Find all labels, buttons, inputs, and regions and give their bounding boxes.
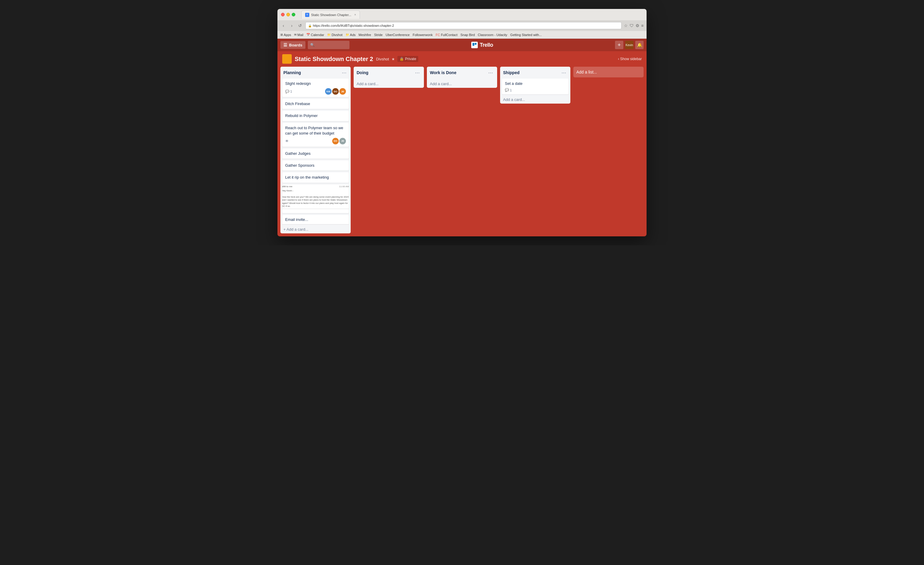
traffic-lights [281, 13, 295, 16]
comment-icon: 💬 [285, 90, 290, 93]
back-button[interactable]: ‹ [280, 22, 286, 28]
bookmark-ads[interactable]: 📁 Ads [346, 33, 356, 37]
trello-logo-text: Trello [480, 42, 493, 48]
list-menu-button-shipped[interactable]: ⋯ [560, 69, 567, 76]
bookmark-uberconference[interactable]: UberConference [386, 33, 410, 37]
refresh-button[interactable]: ↺ [297, 22, 303, 28]
list-cards-planning: Slight redesign 💬 1 KM DO JB [280, 77, 351, 225]
add-card-placeholder: Add a card... [357, 82, 379, 86]
list-menu-button-planning[interactable]: ⋯ [340, 69, 348, 76]
card-gather-judges[interactable]: Gather Judges [282, 148, 349, 159]
board-header: ◆ Static Showdown Chapter 2 Divshot ★ 🔒 … [278, 51, 646, 67]
add-card-label: Add a card... [503, 97, 525, 102]
bookmark-divshot[interactable]: 📁 Divshot [327, 33, 343, 37]
card-ditch-firebase[interactable]: Ditch Firebase [282, 99, 349, 109]
add-card-button-planning[interactable]: + Add a card... [280, 225, 351, 233]
add-card-button-doing[interactable]: Add a card... [354, 80, 424, 88]
boards-label: Boards [289, 43, 303, 47]
trello-logo-icon [471, 42, 478, 48]
maximize-button[interactable] [292, 13, 295, 16]
board-meta: Divshot ★ 🔒 Private [376, 56, 418, 62]
bookmark-getting-started[interactable]: Getting Started with... [510, 33, 542, 37]
user-label: Kevin [626, 43, 633, 47]
card-gather-sponsors[interactable]: Gather Sponsors [282, 160, 349, 171]
close-button[interactable] [281, 13, 285, 16]
bookmark-calendar[interactable]: 📅 Calendar [306, 33, 324, 37]
svg-rect-1 [475, 43, 477, 45]
card-email-invite[interactable]: Email invite... [282, 215, 349, 224]
list-title-doing: Doing [357, 70, 369, 75]
list-header-planning: Planning ⋯ [280, 67, 351, 77]
bookmark-followerwonk[interactable]: Followerwonk [412, 33, 432, 37]
email-preview: Will to me 11:00 AM Hey Kevin - How the … [282, 184, 349, 209]
minimize-button[interactable] [286, 13, 290, 16]
board-visibility[interactable]: 🔒 Private [398, 56, 418, 62]
card-reach-out-polymer[interactable]: Reach out to Polymer team so we can get … [282, 123, 349, 147]
list-header-doing: Doing ⋯ [354, 67, 424, 77]
bookmark-icon[interactable]: ☆ [624, 23, 628, 28]
boards-button[interactable]: ☰ Boards [280, 41, 305, 49]
add-list-button[interactable]: Add a list... [573, 67, 644, 77]
tab-close-button[interactable]: × [354, 13, 356, 16]
extensions-icon[interactable]: ⚙ [636, 23, 639, 28]
bookmark-snapbird[interactable]: Snap Bird [460, 33, 475, 37]
card-let-it-rip[interactable]: Let it rip on the marketing [282, 172, 349, 183]
board-title: Static Showdown Chapter 2 [295, 55, 373, 63]
board-divshot[interactable]: Divshot [376, 57, 389, 61]
lock-icon: 🔒 [308, 24, 312, 27]
add-button[interactable]: + [615, 41, 623, 49]
bookmark-fullcontact[interactable]: FC FullContact [435, 33, 457, 37]
card-title: Set a date [505, 81, 566, 86]
list-header-shipped: Shipped ⋯ [500, 67, 570, 77]
user-avatar[interactable]: Kevin [625, 41, 633, 49]
add-card-button-work-is-done[interactable]: Add a card... [427, 80, 497, 88]
notification-icon: 🔔 [637, 43, 642, 47]
list-title-work-is-done: Work is Done [430, 70, 456, 75]
browser-tab-bar: T Static Showdown Chapter... × [301, 10, 643, 19]
card-slight-redesign[interactable]: Slight redesign 💬 1 KM DO JB [282, 79, 349, 97]
list-header-work-is-done: Work is Done ⋯ [427, 67, 497, 77]
search-box[interactable]: 🔍 [308, 41, 350, 49]
card-meta: 💬 1 [505, 88, 566, 92]
board-star-button[interactable]: ★ [392, 57, 395, 61]
bookmark-udacity[interactable]: Classroom - Udacity [478, 33, 507, 37]
avatar-1: DO [332, 138, 339, 144]
card-title: Rebuild in Polymer [285, 113, 346, 118]
list-cards-shipped: Set a date 💬 1 [500, 77, 570, 96]
bookmark-stride[interactable]: Stride [374, 33, 383, 37]
menu-icon[interactable]: ≡ [641, 23, 644, 28]
list-menu-button-work-is-done[interactable]: ⋯ [487, 69, 494, 76]
forward-button[interactable]: › [289, 22, 295, 28]
bookmarks-bar: ⊞ Apps ✉ Mail 📅 Calendar 📁 Divshot 📁 Ads… [278, 31, 646, 39]
card-will-sherlin[interactable]: Will to me 11:00 AM Hey Kevin - How the … [282, 184, 349, 213]
card-avatars: KM DO JB [325, 88, 346, 94]
lock-icon: 🔒 [399, 57, 404, 61]
shield-icon[interactable]: 🛡 [630, 23, 634, 28]
comment-icon: 💬 [505, 88, 509, 92]
list-planning: Planning ⋯ Slight redesign 💬 1 [280, 67, 351, 233]
list-cards-doing [354, 77, 424, 80]
add-card-button-shipped[interactable]: Add a card... [500, 96, 570, 103]
board-icon: ◆ [282, 54, 292, 64]
add-card-label: + Add a card... [284, 227, 308, 232]
card-title: Email invite... [285, 217, 308, 222]
avatar-2: JB [339, 138, 346, 144]
avatar-3: JB [339, 88, 346, 94]
card-title: Reach out to Polymer team so we can get … [285, 125, 346, 136]
bookmark-apps[interactable]: ⊞ Apps [280, 33, 291, 37]
card-comment-count: 💬 1 [505, 88, 512, 92]
bookmark-meshfire[interactable]: Meshfire [359, 33, 371, 37]
notification-button[interactable]: 🔔 [635, 41, 644, 49]
card-set-a-date[interactable]: Set a date 💬 1 [502, 79, 568, 94]
bookmark-mail[interactable]: ✉ Mail [294, 33, 303, 37]
card-title: Let it rip on the marketing [285, 175, 346, 180]
list-cards-work-is-done [427, 77, 497, 80]
card-rebuild-polymer[interactable]: Rebuild in Polymer [282, 111, 349, 121]
browser-toolbar: ‹ › ↺ 🔒 https://trello.com/b/IKdBTqlo/st… [278, 20, 646, 31]
card-comment-count: 💬 1 [285, 90, 292, 93]
list-menu-button-doing[interactable]: ⋯ [414, 69, 421, 76]
show-sidebar-button[interactable]: ‹ Show sidebar [618, 57, 642, 61]
address-bar[interactable]: 🔒 https://trello.com/b/IKdBTqlo/static-s… [305, 22, 621, 29]
active-tab[interactable]: T Static Showdown Chapter... × [301, 10, 360, 19]
browser-titlebar: T Static Showdown Chapter... × [278, 9, 646, 20]
